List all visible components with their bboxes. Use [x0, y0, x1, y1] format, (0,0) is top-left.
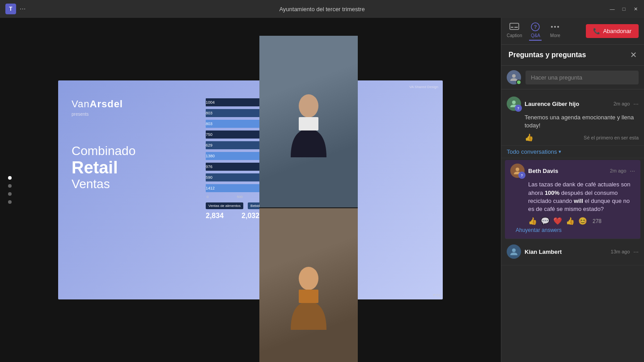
- kian-time: 13m ago: [611, 249, 630, 254]
- phone-icon: 📞: [593, 28, 600, 34]
- beth-more-button[interactable]: ···: [630, 167, 635, 174]
- message-1-header: ? Laurence Giber hijo 2m ago ···: [507, 97, 639, 111]
- laurence-avatar-container: ?: [507, 97, 521, 111]
- slide-title1: Combinado: [72, 143, 188, 159]
- topbar: T ··· Ayuntamiento del tercer trimestre …: [0, 0, 644, 18]
- messages-list: ? Laurence Giber hijo 2m ago ··· Tenemos…: [501, 89, 644, 362]
- caption-button[interactable]: Caption: [507, 21, 522, 41]
- message-2-header: ? Beth Davis 2m ago ···: [510, 164, 635, 178]
- filter-bar: Todo conversations ▾: [501, 146, 644, 158]
- beth-message-body: Las tazas de dank de café actuales son a…: [528, 181, 635, 213]
- presentation-slide: VanArsdel presents Combinado Retail Vent…: [58, 80, 443, 299]
- abandon-button[interactable]: 📞 Abandonar: [586, 24, 639, 38]
- laurence-name: Laurence Giber hijo: [525, 101, 610, 107]
- svg-point-9: [551, 26, 553, 28]
- meeting-title: Ayuntamiento del tercer trimestre: [279, 6, 364, 13]
- svg-point-16: [516, 168, 519, 171]
- first-react-label: Sé el primero en ser esta: [584, 135, 639, 140]
- laurence-reactions: 👍 Sé el primero en ser esta: [525, 133, 639, 142]
- like-reaction-1[interactable]: 👍: [525, 133, 534, 142]
- slide-dot-4[interactable]: [8, 200, 12, 204]
- laurence-time: 2m ago: [614, 101, 630, 106]
- maximize-button[interactable]: □: [621, 6, 627, 12]
- legend-item-1: Ventas de alimentos: [206, 202, 243, 209]
- caption-label: Caption: [507, 33, 522, 38]
- slide-title3: Ventas: [72, 177, 188, 191]
- qa-close-button[interactable]: ✕: [630, 50, 637, 60]
- bar-label-9: 1412: [206, 186, 215, 190]
- person-video-2: [259, 208, 358, 362]
- bar-5: 629: [206, 141, 266, 149]
- svg-point-10: [554, 26, 556, 28]
- user-avatar-container: [507, 70, 521, 84]
- svg-point-11: [557, 26, 559, 28]
- svg-point-0: [299, 94, 318, 118]
- message-2: ? Beth Davis 2m ago ··· Las tazas de dan…: [505, 160, 640, 239]
- laurence-qa-badge: ?: [515, 105, 522, 112]
- laurence-message-body: Tenemos una agenda emocionante y llena t…: [525, 114, 639, 130]
- kian-avatar: [507, 244, 521, 259]
- svg-text:?: ?: [534, 24, 537, 29]
- video-tile-2: [259, 207, 358, 362]
- slide-presents: presents: [72, 112, 188, 117]
- smile-reaction[interactable]: 😊: [578, 217, 587, 225]
- video-tile-1: [259, 36, 358, 207]
- teams-more[interactable]: ···: [20, 5, 25, 13]
- slide-navigation: [8, 176, 12, 204]
- thumbs-up-2-reaction[interactable]: 👍: [566, 217, 575, 225]
- beth-name: Beth Davis: [528, 168, 606, 174]
- beth-reactions: 👍 💬 ❤️ 👍 😊 278: [528, 217, 635, 225]
- total-2: 2,032: [242, 212, 259, 220]
- close-button[interactable]: ✕: [632, 6, 639, 12]
- teams-logo: T ···: [5, 4, 25, 14]
- ask-question-input[interactable]: Hacer una pregunta: [525, 71, 639, 84]
- minimize-button[interactable]: —: [609, 6, 615, 12]
- qa-icon: ?: [529, 21, 542, 32]
- slide-dot-3[interactable]: [8, 192, 12, 196]
- person1-svg: [282, 86, 335, 157]
- slide-dot-2[interactable]: [8, 184, 12, 188]
- laurence-message-text: Tenemos una agenda emocionante y llena t…: [525, 114, 634, 129]
- filter-todo[interactable]: Todo: [507, 148, 519, 155]
- bar-label-7: 976: [206, 164, 212, 169]
- filter-chevron-icon[interactable]: ▾: [559, 149, 561, 155]
- kian-name: Kian Lambert: [525, 248, 607, 255]
- svg-rect-6: [514, 27, 518, 28]
- heart-reaction[interactable]: ❤️: [553, 217, 562, 225]
- bar-8: 590: [206, 173, 262, 181]
- axis-500: 500: [237, 195, 242, 199]
- axis-0: 0: [207, 195, 208, 199]
- qa-button[interactable]: ? Q&A: [529, 21, 542, 41]
- svg-point-2: [299, 267, 318, 290]
- laurence-more-button[interactable]: ···: [633, 100, 639, 107]
- slide-left-section: VanArsdel presents Combinado Retail Vent…: [58, 80, 201, 299]
- kian-avatar-container: [507, 244, 521, 259]
- comment-reaction[interactable]: 💬: [541, 217, 550, 225]
- abandon-label: Abandonar: [603, 28, 631, 34]
- qa-header: Preguntas y preguntas ✕: [501, 45, 644, 66]
- filter-conversations[interactable]: conversations: [521, 148, 557, 155]
- svg-point-12: [512, 74, 516, 78]
- svg-point-19: [512, 248, 516, 252]
- thumbs-up-reaction[interactable]: 👍: [528, 217, 537, 225]
- bar-label-6: 1380: [206, 154, 215, 158]
- bar-label-4: 750: [206, 132, 212, 137]
- slide-dot-1[interactable]: [8, 176, 12, 180]
- video-panel: [259, 36, 358, 362]
- online-badge: [516, 80, 521, 85]
- qa-panel: Caption ? Q&A: [501, 18, 644, 362]
- bar-label-2: 803: [206, 111, 212, 115]
- more-tools-button[interactable]: More: [549, 21, 561, 41]
- beth-highlight-2: will: [574, 198, 583, 204]
- svg-point-13: [512, 101, 516, 104]
- message-1: ? Laurence Giber hijo 2m ago ··· Tenemos…: [501, 93, 644, 146]
- answers-label[interactable]: Ahuyentar answers: [510, 225, 635, 235]
- beth-avatar-container: ?: [510, 164, 525, 178]
- beth-qa-badge: ?: [518, 172, 525, 179]
- svg-rect-4: [510, 23, 519, 29]
- reaction-count: 278: [593, 218, 602, 224]
- total-1: 2,834: [206, 212, 224, 220]
- kian-more-button[interactable]: ···: [633, 248, 639, 255]
- beth-time: 2m ago: [610, 168, 627, 173]
- message-3: Kian Lambert 13m ago ···: [501, 241, 644, 265]
